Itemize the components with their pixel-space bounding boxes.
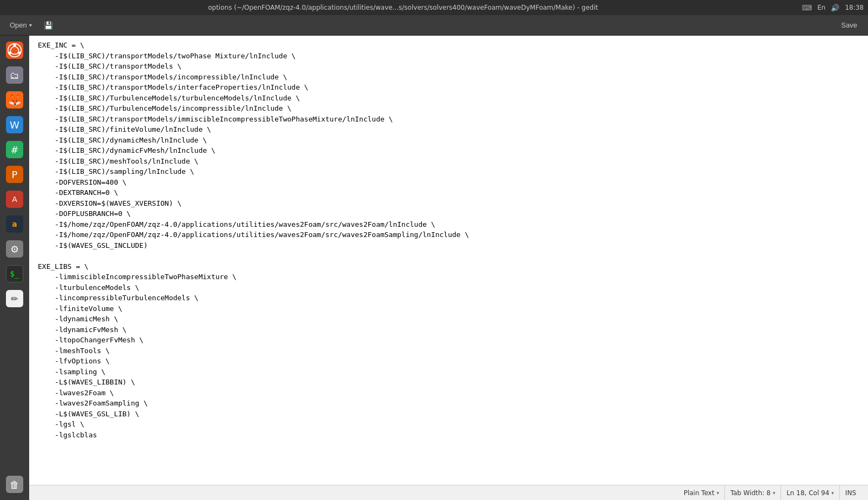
save-icon-button[interactable]: 💾: [39, 19, 57, 32]
sidebar-item-calc[interactable]: #: [3, 138, 26, 161]
main: 🗂 🦊 W # P A: [0, 36, 868, 500]
sidebar: 🗂 🦊 W # P A: [0, 36, 29, 500]
titlebar-title: options (~/OpenFOAM/zqz-4.0/applications…: [4, 4, 802, 11]
terminal-icon: $_: [6, 265, 23, 282]
editor-content[interactable]: EXE_INC = \ -I$(LIB_SRC)/transportModels…: [29, 36, 868, 485]
position-indicator[interactable]: Ln 18, Col 94 ▾: [780, 485, 839, 500]
sidebar-item-impress[interactable]: P: [3, 163, 26, 186]
calc-icon: #: [6, 141, 23, 158]
sidebar-item-writer[interactable]: W: [3, 113, 26, 136]
write-icon: ✏: [6, 290, 23, 307]
open-label: Open: [10, 21, 27, 29]
sidebar-item-write[interactable]: ✏: [3, 287, 26, 310]
save-icon: 💾: [44, 21, 53, 30]
writer-icon: W: [6, 116, 23, 133]
open-button[interactable]: Open ▾: [4, 19, 37, 31]
firefox-icon: 🦊: [6, 91, 23, 109]
sidebar-item-files[interactable]: 🗂: [3, 64, 26, 86]
statusbar: Plain Text ▾ Tab Width: 8 ▾ Ln 18, Col 9…: [29, 485, 868, 500]
position-label: Ln 18, Col 94: [786, 489, 829, 497]
plain-text-label: Plain Text: [684, 489, 715, 497]
tab-width-chevron: ▾: [773, 490, 776, 496]
sidebar-item-amazon[interactable]: a: [3, 213, 26, 235]
ubuntu-icon: [6, 42, 23, 59]
sidebar-item-ubuntu[interactable]: [3, 39, 26, 62]
position-chevron: ▾: [831, 490, 834, 496]
sidebar-item-settings[interactable]: ⚙: [3, 238, 26, 260]
clock: 18:38: [845, 4, 864, 11]
svg-point-1: [13, 44, 16, 46]
trash-icon: 🗑: [6, 476, 23, 493]
sidebar-item-text-editor[interactable]: A: [3, 188, 26, 211]
plain-text-selector[interactable]: Plain Text ▾: [678, 485, 724, 500]
toolbar: Open ▾ 💾 Save: [0, 15, 868, 36]
sidebar-item-trash[interactable]: 🗑: [3, 473, 26, 496]
ins-indicator: INS: [839, 485, 862, 500]
tab-width-label: Tab Width: 8: [730, 489, 770, 497]
sidebar-item-terminal[interactable]: $_: [3, 262, 26, 285]
save-button[interactable]: Save: [835, 19, 864, 31]
text-editor-icon: A: [6, 191, 23, 208]
titlebar: options (~/OpenFOAM/zqz-4.0/applications…: [0, 0, 868, 15]
impress-icon: P: [6, 166, 23, 183]
titlebar-right: ⌨ En 🔊 18:38: [802, 4, 864, 12]
files-icon: 🗂: [6, 66, 23, 84]
volume-icon: 🔊: [831, 4, 839, 12]
settings-icon: ⚙: [6, 240, 23, 258]
keyboard-icon: ⌨: [802, 4, 812, 12]
tab-width-selector[interactable]: Tab Width: 8 ▾: [724, 485, 780, 500]
editor-area: EXE_INC = \ -I$(LIB_SRC)/transportModels…: [29, 36, 868, 500]
ins-label: INS: [845, 489, 856, 497]
plain-text-chevron: ▾: [717, 490, 719, 496]
sidebar-item-firefox[interactable]: 🦊: [3, 89, 26, 111]
lang-indicator: En: [817, 4, 825, 11]
amazon-icon: a: [6, 215, 23, 233]
open-chevron: ▾: [29, 22, 32, 28]
